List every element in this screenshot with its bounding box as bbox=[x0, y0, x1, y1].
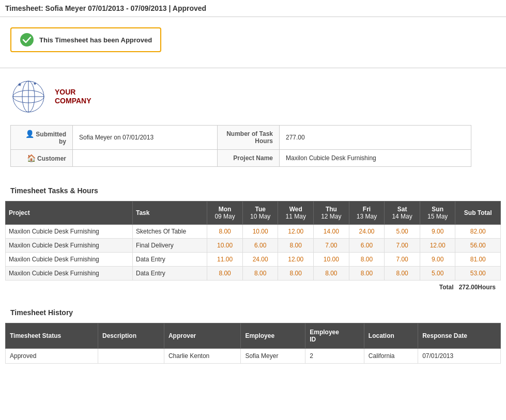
history-section-title: Timesheet History bbox=[5, 304, 501, 323]
company-name: YOUR COMPANY bbox=[52, 88, 91, 105]
svg-marker-7 bbox=[34, 82, 37, 85]
task-tue: 6.00 bbox=[242, 239, 278, 253]
approval-banner: This Timesheet has been Approved bbox=[10, 27, 161, 52]
history-table-body: Approved Charlie Kenton Sofia Meyer 2 Ca… bbox=[6, 349, 501, 364]
task-row-0: Maxilon Cubicle Desk Furnishing Sketches… bbox=[6, 225, 501, 239]
tasks-table-body: Maxilon Cubicle Desk Furnishing Sketches… bbox=[6, 225, 501, 281]
task-subtotal: 82.00 bbox=[455, 225, 501, 239]
submitted-by-row: 👤 Submitted by Sofia Meyer on 07/01/2013… bbox=[11, 126, 471, 150]
task-wed: 12.00 bbox=[278, 253, 314, 267]
task-subtotal: 53.00 bbox=[455, 267, 501, 281]
tasks-table: Project Task Mon09 May Tue10 May Wed11 M… bbox=[5, 201, 501, 281]
col-task: Task bbox=[132, 201, 207, 225]
task-thu: 10.00 bbox=[314, 253, 349, 267]
task-fri: 8.00 bbox=[349, 253, 385, 267]
history-status: Approved bbox=[6, 349, 98, 364]
tasks-total-row: Total 272.00Hours bbox=[5, 281, 501, 294]
col-sat: Sat14 May bbox=[385, 201, 420, 225]
history-response-date: 07/01/2013 bbox=[418, 349, 501, 364]
task-tue: 8.00 bbox=[242, 267, 278, 281]
task-tue: 24.00 bbox=[242, 253, 278, 267]
submitted-by-label: 👤 Submitted by bbox=[11, 126, 73, 150]
task-sun: 9.00 bbox=[420, 253, 455, 267]
task-sun: 12.00 bbox=[420, 239, 455, 253]
project-name-label: Project Name bbox=[218, 150, 280, 167]
info-table: 👤 Submitted by Sofia Meyer on 07/01/2013… bbox=[10, 125, 471, 167]
task-sat: 7.00 bbox=[385, 253, 420, 267]
col-employee: Employee bbox=[241, 323, 305, 349]
check-icon bbox=[20, 33, 34, 47]
col-tue: Tue10 May bbox=[242, 201, 278, 225]
customer-row: 🏠 Customer Project Name Maxilon Cubicle … bbox=[11, 150, 471, 167]
task-sat: 7.00 bbox=[385, 239, 420, 253]
task-mon: 11.00 bbox=[207, 253, 243, 267]
tasks-table-header: Project Task Mon09 May Tue10 May Wed11 M… bbox=[6, 201, 501, 225]
submitted-by-value: Sofia Meyer on 07/01/2013 bbox=[73, 126, 218, 150]
task-project: Maxilon Cubicle Desk Furnishing bbox=[6, 267, 133, 281]
task-name: Data Entry bbox=[132, 267, 207, 281]
task-thu: 14.00 bbox=[314, 225, 349, 239]
task-fri: 24.00 bbox=[349, 225, 385, 239]
building-icon: 🏠 bbox=[27, 154, 36, 162]
task-tue: 10.00 bbox=[242, 225, 278, 239]
col-project: Project bbox=[6, 201, 133, 225]
page-title: Timesheet: Sofia Meyer 07/01/2013 - 07/0… bbox=[0, 0, 506, 17]
total-label: Total bbox=[439, 284, 454, 291]
col-wed: Wed11 May bbox=[278, 201, 314, 225]
col-fri: Fri13 May bbox=[349, 201, 385, 225]
col-mon: Mon09 May bbox=[207, 201, 243, 225]
task-sun: 9.00 bbox=[420, 225, 455, 239]
task-sat: 5.00 bbox=[385, 225, 420, 239]
col-response-date: Response Date bbox=[418, 323, 501, 349]
task-row-1: Maxilon Cubicle Desk Furnishing Final De… bbox=[6, 239, 501, 253]
history-row-0: Approved Charlie Kenton Sofia Meyer 2 Ca… bbox=[6, 349, 501, 364]
col-sun: Sun15 May bbox=[420, 201, 455, 225]
task-mon: 8.00 bbox=[207, 267, 243, 281]
task-wed: 8.00 bbox=[278, 239, 314, 253]
task-fri: 8.00 bbox=[349, 267, 385, 281]
task-project: Maxilon Cubicle Desk Furnishing bbox=[6, 253, 133, 267]
customer-label: 🏠 Customer bbox=[11, 150, 73, 167]
task-wed: 12.00 bbox=[278, 225, 314, 239]
logo-area: YOUR COMPANY bbox=[10, 79, 91, 115]
col-status: Timesheet Status bbox=[6, 323, 98, 349]
task-subtotal: 56.00 bbox=[455, 239, 501, 253]
tasks-section-title: Timesheet Tasks & Hours bbox=[5, 182, 501, 201]
task-thu: 8.00 bbox=[314, 267, 349, 281]
task-sun: 5.00 bbox=[420, 267, 455, 281]
task-name: Data Entry bbox=[132, 253, 207, 267]
task-name: Sketches Of Table bbox=[132, 225, 207, 239]
history-employee-id: 2 bbox=[305, 349, 364, 364]
total-value: 272.00Hours bbox=[459, 284, 496, 291]
task-name: Final Delivery bbox=[132, 239, 207, 253]
task-fri: 6.00 bbox=[349, 239, 385, 253]
task-subtotal: 81.00 bbox=[455, 253, 501, 267]
company-section: YOUR COMPANY 👤 Submitted by Sofia Meyer … bbox=[0, 73, 506, 177]
task-sat: 8.00 bbox=[385, 267, 420, 281]
task-wed: 8.00 bbox=[278, 267, 314, 281]
approval-text: This Timesheet has been Approved bbox=[39, 36, 152, 44]
history-section: Timesheet History Timesheet Status Descr… bbox=[0, 299, 506, 369]
task-project: Maxilon Cubicle Desk Furnishing bbox=[6, 239, 133, 253]
project-name-value: Maxilon Cubicle Desk Furnishing bbox=[280, 150, 471, 167]
task-hours-value: 277.00 bbox=[280, 126, 471, 150]
col-description: Description bbox=[98, 323, 164, 349]
col-approver: Approver bbox=[164, 323, 241, 349]
tasks-section: Timesheet Tasks & Hours Project Task Mon… bbox=[0, 177, 506, 299]
history-description bbox=[98, 349, 164, 364]
col-location: Location bbox=[364, 323, 418, 349]
task-hours-label: Number of Task Hours bbox=[218, 126, 280, 150]
history-approver: Charlie Kenton bbox=[164, 349, 241, 364]
col-thu: Thu12 May bbox=[314, 201, 349, 225]
person-icon: 👤 bbox=[25, 130, 34, 138]
history-location: California bbox=[364, 349, 418, 364]
col-employee-id: EmployeeID bbox=[305, 323, 364, 349]
task-mon: 10.00 bbox=[207, 239, 243, 253]
company-logo bbox=[10, 79, 52, 115]
svg-point-0 bbox=[20, 33, 34, 46]
task-row-2: Maxilon Cubicle Desk Furnishing Data Ent… bbox=[6, 253, 501, 267]
task-thu: 7.00 bbox=[314, 239, 349, 253]
history-table: Timesheet Status Description Approver Em… bbox=[5, 323, 501, 364]
task-mon: 8.00 bbox=[207, 225, 243, 239]
history-employee: Sofia Meyer bbox=[241, 349, 305, 364]
